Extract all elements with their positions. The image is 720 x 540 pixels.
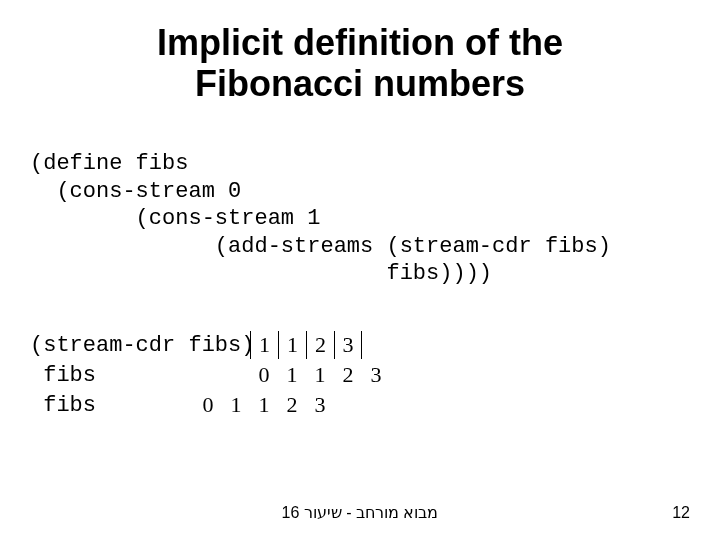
- cell: 1: [306, 361, 334, 389]
- cell: 1: [278, 361, 306, 389]
- cell: 0: [250, 361, 278, 389]
- row-cells: 01123: [194, 391, 334, 419]
- cell: 3: [306, 391, 334, 419]
- cell: 1: [222, 391, 250, 419]
- cell: 2: [334, 361, 362, 389]
- code-l4: (add-streams (stream-cdr fibs): [30, 234, 611, 259]
- table-row: fibs 01123: [30, 390, 390, 420]
- slide-title: Implicit definition of the Fibonacci num…: [0, 22, 720, 105]
- cell: 0: [194, 391, 222, 419]
- stream-table: (stream-cdr fibs) 1123 fibs 01123 fibs 0…: [30, 330, 390, 420]
- footer-center: מבוא מורחב - שיעור 16: [0, 503, 720, 522]
- table-row: (stream-cdr fibs) 1123: [30, 330, 390, 360]
- code-l3: (cons-stream 1: [30, 206, 320, 231]
- code-l2: (cons-stream 0: [30, 179, 241, 204]
- cell: 1: [278, 331, 306, 359]
- row-cells: 1123: [250, 331, 362, 359]
- code-block: (define fibs (cons-stream 0 (cons-stream…: [30, 150, 611, 288]
- row-cells: 01123: [250, 361, 390, 389]
- cell: 1: [250, 391, 278, 419]
- row-label: (stream-cdr fibs): [30, 333, 250, 358]
- cell: 1: [250, 331, 278, 359]
- title-line-2: Fibonacci numbers: [195, 63, 525, 104]
- table-row: fibs 01123: [30, 360, 390, 390]
- cell: 3: [334, 331, 362, 359]
- code-l1: (define fibs: [30, 151, 188, 176]
- cell: 2: [306, 331, 334, 359]
- cell: 2: [278, 391, 306, 419]
- page-number: 12: [672, 504, 690, 522]
- row-label: fibs: [30, 363, 250, 388]
- cell: 3: [362, 361, 390, 389]
- code-l5: fibs)))): [30, 261, 492, 286]
- slide: Implicit definition of the Fibonacci num…: [0, 0, 720, 540]
- title-line-1: Implicit definition of the: [157, 22, 563, 63]
